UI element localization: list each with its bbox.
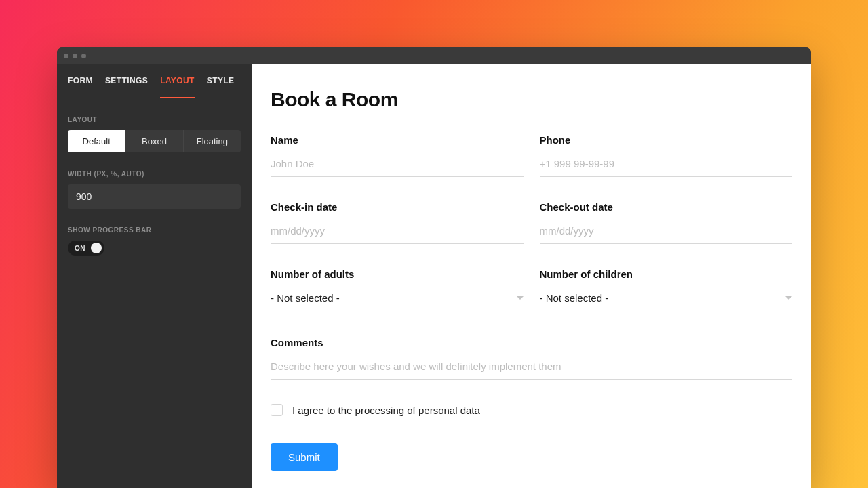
field-children: Number of children - Not selected - <box>540 268 793 312</box>
comments-input[interactable] <box>271 358 792 380</box>
form-preview: Book a Room Name Phone Check-in date <box>252 64 811 488</box>
progress-bar-toggle[interactable]: ON <box>68 241 104 256</box>
window-control-minimize[interactable] <box>73 54 77 58</box>
layout-section-heading: LAYOUT <box>68 116 241 123</box>
field-name: Name <box>271 134 524 177</box>
editor-window: FORM SETTINGS LAYOUT STYLE LAYOUT Defaul… <box>57 47 811 488</box>
tab-settings[interactable]: SETTINGS <box>105 76 148 88</box>
window-control-zoom[interactable] <box>81 54 86 58</box>
progress-section-heading: SHOW PROGRESS BAR <box>68 226 241 234</box>
layout-option-floating[interactable]: Floating <box>184 130 241 152</box>
name-label: Name <box>271 134 524 146</box>
field-comments: Comments <box>271 337 792 380</box>
toggle-knob <box>91 243 102 253</box>
checkout-input[interactable] <box>540 222 793 244</box>
width-input[interactable] <box>68 184 241 209</box>
field-adults: Number of adults - Not selected - <box>271 268 524 312</box>
settings-sidebar: FORM SETTINGS LAYOUT STYLE LAYOUT Defaul… <box>57 64 252 488</box>
sidebar-tabs: FORM SETTINGS LAYOUT STYLE <box>68 76 241 98</box>
tab-style[interactable]: STYLE <box>207 76 235 88</box>
layout-option-default[interactable]: Default <box>68 130 125 152</box>
children-select[interactable]: - Not selected - <box>540 289 793 312</box>
field-phone: Phone <box>540 134 793 177</box>
field-checkin: Check-in date <box>271 201 524 244</box>
children-value: - Not selected - <box>540 292 609 304</box>
adults-label: Number of adults <box>271 268 524 280</box>
phone-input[interactable] <box>540 155 793 177</box>
window-titlebar <box>57 47 811 64</box>
adults-select[interactable]: - Not selected - <box>271 289 524 312</box>
layout-mode-segmented: Default Boxed Floating <box>68 130 241 152</box>
comments-label: Comments <box>271 337 792 348</box>
name-input[interactable] <box>271 155 524 177</box>
width-section-heading: WIDTH (PX, %, AUTO) <box>68 170 241 178</box>
checkin-label: Check-in date <box>271 201 524 213</box>
consent-text: I agree to the processing of personal da… <box>292 405 480 416</box>
chevron-down-icon <box>785 296 792 300</box>
layout-option-boxed[interactable]: Boxed <box>125 130 182 152</box>
consent-row: I agree to the processing of personal da… <box>271 404 792 416</box>
submit-button[interactable]: Submit <box>271 443 338 471</box>
tab-form[interactable]: FORM <box>68 76 93 88</box>
checkin-input[interactable] <box>271 222 524 244</box>
toggle-state-label: ON <box>75 245 85 252</box>
checkout-label: Check-out date <box>540 201 793 213</box>
form-title: Book a Room <box>271 88 792 111</box>
field-checkout: Check-out date <box>540 201 793 244</box>
children-label: Number of children <box>540 268 793 280</box>
app-background: FORM SETTINGS LAYOUT STYLE LAYOUT Defaul… <box>0 0 868 488</box>
window-control-close[interactable] <box>64 54 68 58</box>
phone-label: Phone <box>540 134 793 146</box>
consent-checkbox[interactable] <box>271 404 283 416</box>
adults-value: - Not selected - <box>271 292 340 304</box>
tab-layout[interactable]: LAYOUT <box>160 76 195 88</box>
chevron-down-icon <box>517 296 524 300</box>
